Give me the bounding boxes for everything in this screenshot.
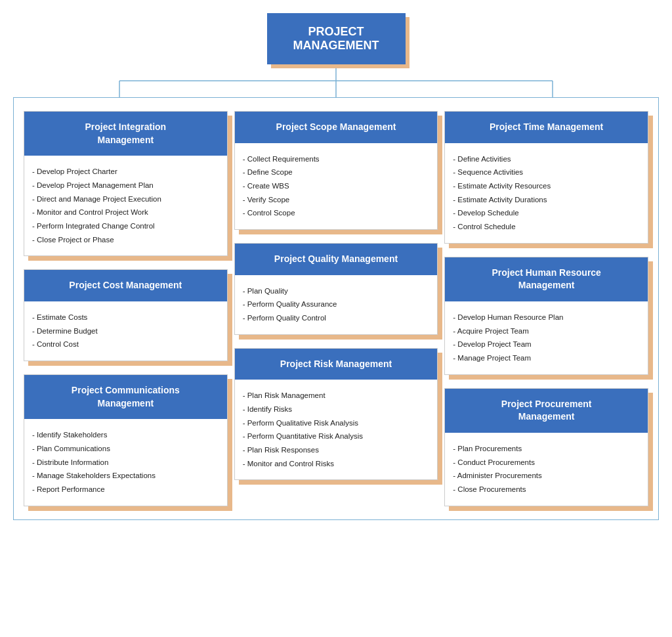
item-hr-4: - Manage Project Team [453, 351, 640, 365]
item-comm-3: - Distribute Information [32, 456, 219, 470]
item-comm-2: - Plan Communications [32, 442, 219, 456]
card-header-procurement: Project ProcurementManagement [445, 389, 648, 433]
header-text-cost: Project Cost Management [69, 280, 182, 290]
item-integration-1: - Develop Project Charter [32, 165, 219, 179]
item-integration-5: - Perform Integrated Change Control [32, 219, 219, 233]
connector-svg [13, 64, 659, 97]
column-2: Project Scope Management - Collect Requi… [234, 111, 438, 506]
item-scope-5: - Control Scope [243, 206, 430, 220]
card-body-hr: - Develop Human Resource Plan - Acquire … [445, 301, 648, 374]
header-text-integration: Project IntegrationManagement [85, 121, 166, 145]
item-scope-3: - Create WBS [243, 179, 430, 193]
card-body-procurement: - Plan Procurements - Conduct Procuremen… [445, 433, 648, 506]
card-header-time: Project Time Management [445, 112, 648, 143]
item-comm-5: - Report Performance [32, 483, 219, 496]
card-communications: Project CommunicationsManagement - Ident… [24, 374, 228, 506]
card-wrapper-time: Project Time Management - Define Activit… [444, 111, 648, 244]
item-cost-3: - Control Cost [32, 338, 219, 351]
card-scope: Project Scope Management - Collect Requi… [234, 111, 438, 230]
item-quality-3: - Perform Quality Control [243, 311, 430, 325]
item-hr-3: - Develop Project Team [453, 338, 640, 351]
item-time-1: - Define Activities [453, 152, 640, 166]
card-body-quality: - Plan Quality - Perform Quality Assuran… [235, 275, 438, 334]
card-body-communications: - Identify Stakeholders - Plan Communica… [24, 419, 227, 505]
item-risk-6: - Monitor and Control Risks [243, 457, 430, 471]
card-quality: Project Quality Management - Plan Qualit… [234, 243, 438, 335]
item-hr-1: - Develop Human Resource Plan [453, 311, 640, 324]
item-cost-1: - Estimate Costs [32, 311, 219, 324]
header-text-scope: Project Scope Management [276, 121, 396, 132]
item-risk-3: - Perform Qualitative Risk Analysis [243, 416, 430, 430]
card-risk: Project Risk Management - Plan Risk Mana… [234, 348, 438, 481]
item-scope-2: - Define Scope [243, 165, 430, 179]
item-comm-4: - Manage Stakeholders Expectations [32, 469, 219, 483]
card-wrapper-scope: Project Scope Management - Collect Requi… [234, 111, 438, 230]
card-body-risk: - Plan Risk Management - Identify Risks … [235, 380, 438, 479]
header-text-procurement: Project ProcurementManagement [501, 399, 592, 422]
columns-grid: Project IntegrationManagement - Develop … [24, 111, 648, 506]
item-comm-1: - Identify Stakeholders [32, 428, 219, 442]
card-cost: Project Cost Management - Estimate Costs… [24, 269, 228, 361]
card-wrapper-communications: Project CommunicationsManagement - Ident… [24, 374, 228, 506]
item-time-3: - Estimate Activity Resources [453, 179, 640, 193]
card-header-scope: Project Scope Management [235, 112, 438, 143]
item-quality-2: - Perform Quality Assurance [243, 297, 430, 311]
column-3: Project Time Management - Define Activit… [444, 111, 648, 506]
card-wrapper-cost: Project Cost Management - Estimate Costs… [24, 269, 228, 361]
card-wrapper-hr: Project Human ResourceManagement - Devel… [444, 257, 648, 375]
card-header-communications: Project CommunicationsManagement [24, 375, 227, 419]
item-proc-1: - Plan Procurements [453, 442, 640, 456]
card-wrapper-procurement: Project ProcurementManagement - Plan Pro… [444, 388, 648, 506]
header-text-quality: Project Quality Management [274, 253, 398, 264]
card-wrapper-quality: Project Quality Management - Plan Qualit… [234, 243, 438, 335]
column-1: Project IntegrationManagement - Develop … [24, 111, 228, 506]
root-title: PROJECTMANAGEMENT [293, 25, 379, 52]
card-body-time: - Define Activities - Sequence Activitie… [445, 143, 648, 243]
card-header-quality: Project Quality Management [235, 244, 438, 275]
item-time-6: - Control Schedule [453, 220, 640, 234]
item-risk-5: - Plan Risk Responses [243, 443, 430, 457]
card-header-cost: Project Cost Management [24, 270, 227, 301]
card-header-integration: Project IntegrationManagement [24, 112, 227, 156]
item-scope-4: - Verify Scope [243, 193, 430, 207]
outer-border: Project IntegrationManagement - Develop … [13, 97, 659, 520]
item-integration-2: - Develop Project Management Plan [32, 179, 219, 192]
item-proc-4: - Close Procurements [453, 483, 640, 496]
item-proc-2: - Conduct Procurements [453, 456, 640, 470]
card-integration: Project IntegrationManagement - Develop … [24, 111, 228, 256]
card-procurement: Project ProcurementManagement - Plan Pro… [444, 388, 648, 506]
card-wrapper-integration: Project IntegrationManagement - Develop … [24, 111, 228, 256]
item-quality-1: - Plan Quality [243, 284, 430, 298]
item-cost-2: - Determine Budget [32, 324, 219, 338]
card-body-cost: - Estimate Costs - Determine Budget - Co… [24, 301, 227, 361]
root-shadow: PROJECTMANAGEMENT [267, 13, 406, 64]
item-integration-3: - Direct and Manage Project Execution [32, 192, 219, 206]
item-time-2: - Sequence Activities [453, 165, 640, 179]
diagram-container: PROJECTMANAGEMENT Project Inte [13, 13, 659, 520]
item-integration-4: - Monitor and Control Project Work [32, 206, 219, 219]
header-text-time: Project Time Management [490, 121, 603, 132]
card-hr: Project Human ResourceManagement - Devel… [444, 257, 648, 375]
item-integration-6: - Close Project or Phase [32, 233, 219, 247]
header-text-hr: Project Human ResourceManagement [492, 267, 601, 291]
header-text-risk: Project Risk Management [280, 359, 392, 369]
card-time: Project Time Management - Define Activit… [444, 111, 648, 244]
card-body-integration: - Develop Project Charter - Develop Proj… [24, 156, 227, 255]
card-header-hr: Project Human ResourceManagement [445, 257, 648, 301]
item-time-5: - Develop Schedule [453, 206, 640, 220]
item-risk-2: - Identify Risks [243, 403, 430, 416]
root-node: PROJECTMANAGEMENT [13, 13, 659, 64]
item-time-4: - Estimate Activity Durations [453, 193, 640, 207]
item-risk-4: - Perform Quantitative Risk Analysis [243, 429, 430, 443]
card-wrapper-risk: Project Risk Management - Plan Risk Mana… [234, 348, 438, 481]
item-hr-2: - Acquire Project Team [453, 324, 640, 338]
header-text-communications: Project CommunicationsManagement [72, 385, 180, 408]
root-box: PROJECTMANAGEMENT [267, 13, 406, 64]
card-header-risk: Project Risk Management [235, 349, 438, 380]
item-scope-1: - Collect Requirements [243, 152, 430, 166]
card-body-scope: - Collect Requirements - Define Scope - … [235, 143, 438, 229]
item-proc-3: - Administer Procurements [453, 469, 640, 483]
item-risk-1: - Plan Risk Management [243, 389, 430, 403]
